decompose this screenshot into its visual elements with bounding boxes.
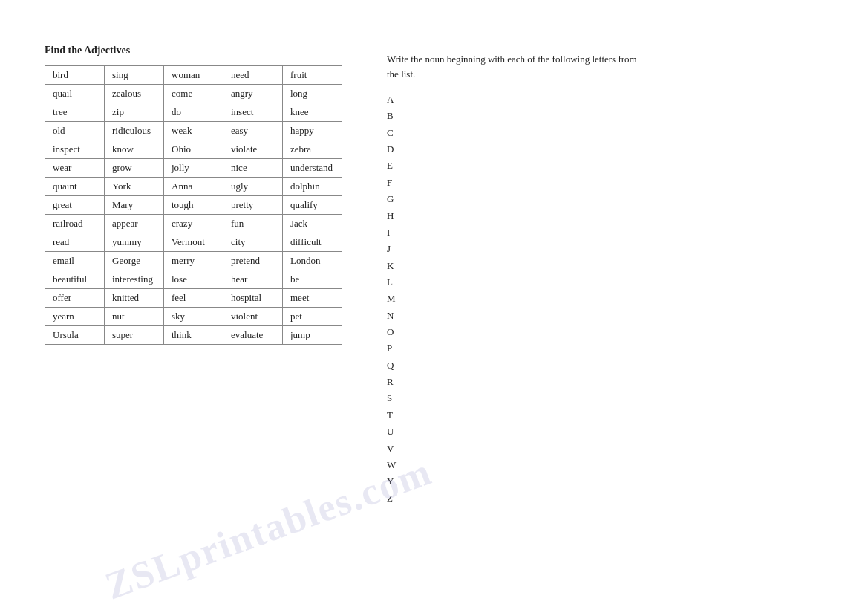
alphabet-item: E (387, 158, 639, 174)
table-row: yearnnutskyviolentpet (45, 308, 342, 326)
table-cell: Ursula (45, 326, 105, 345)
table-cell: understand (283, 159, 342, 178)
alphabet-item: T (387, 407, 639, 424)
table-cell: happy (283, 122, 342, 140)
table-cell: woman (164, 66, 223, 85)
alphabet-item: I (387, 224, 639, 241)
alphabet-item: K (387, 258, 639, 274)
table-cell: appear (105, 215, 164, 233)
table-row: railroadappearcrazyfunJack (45, 215, 342, 233)
table-row: greatMarytoughprettyqualify (45, 196, 342, 215)
table-cell: hospital (223, 289, 283, 308)
table-cell: need (223, 66, 283, 85)
table-cell: George (105, 252, 164, 270)
table-cell: insect (223, 103, 283, 122)
alphabet-list: ABCDEFGHIJKLMNOPQRSTUVWYZ (387, 91, 639, 507)
alphabet-item: P (387, 340, 639, 357)
table-cell: ugly (223, 178, 283, 196)
table-cell: city (223, 233, 283, 252)
table-row: birdsingwomanneedfruit (45, 66, 342, 85)
table-cell: email (45, 252, 105, 270)
section-title: Find the Adjectives (45, 45, 342, 56)
table-cell: come (164, 85, 223, 103)
alphabet-item: Z (387, 490, 639, 507)
table-cell: lose (164, 270, 223, 289)
table-row: quaintYorkAnnauglydolphin (45, 178, 342, 196)
table-cell: offer (45, 289, 105, 308)
table-cell: qualify (283, 196, 342, 215)
table-cell: Ohio (164, 140, 223, 159)
table-row: inspectknowOhioviolatezebra (45, 140, 342, 159)
table-cell: York (105, 178, 164, 196)
table-cell: tough (164, 196, 223, 215)
table-cell: crazy (164, 215, 223, 233)
table-cell: super (105, 326, 164, 345)
table-cell: nut (105, 308, 164, 326)
table-cell: zebra (283, 140, 342, 159)
table-cell: be (283, 270, 342, 289)
table-cell: fun (223, 215, 283, 233)
alphabet-item: D (387, 141, 639, 158)
table-row: quailzealouscomeangrylong (45, 85, 342, 103)
right-section: Write the noun beginning with each of th… (387, 45, 639, 507)
table-row: weargrowjollyniceunderstand (45, 159, 342, 178)
table-cell: sing (105, 66, 164, 85)
table-cell: evaluate (223, 326, 283, 345)
table-cell: yummy (105, 233, 164, 252)
table-cell: zip (105, 103, 164, 122)
table-row: offerknittedfeelhospitalmeet (45, 289, 342, 308)
alphabet-item: B (387, 108, 639, 124)
alphabet-item: H (387, 208, 639, 224)
alphabet-item: V (387, 441, 639, 457)
table-cell: Mary (105, 196, 164, 215)
table-cell: tree (45, 103, 105, 122)
alphabet-item: U (387, 424, 639, 440)
table-cell: jump (283, 326, 342, 345)
alphabet-item: S (387, 390, 639, 406)
table-cell: weak (164, 122, 223, 140)
table-cell: knee (283, 103, 342, 122)
word-table: birdsingwomanneedfruitquailzealouscomean… (45, 65, 342, 345)
table-cell: quail (45, 85, 105, 103)
table-row: readyummyVermontcitydifficult (45, 233, 342, 252)
table-cell: ridiculous (105, 122, 164, 140)
table-cell: meet (283, 289, 342, 308)
table-row: emailGeorgemerrypretendLondon (45, 252, 342, 270)
alphabet-item: L (387, 274, 639, 291)
table-row: oldridiculousweakeasyhappy (45, 122, 342, 140)
table-cell: Anna (164, 178, 223, 196)
alphabet-item: Q (387, 357, 639, 374)
alphabet-item: J (387, 241, 639, 257)
table-cell: beautiful (45, 270, 105, 289)
table-cell: violent (223, 308, 283, 326)
table-cell: old (45, 122, 105, 140)
table-cell: grow (105, 159, 164, 178)
table-cell: yearn (45, 308, 105, 326)
table-cell: zealous (105, 85, 164, 103)
table-row: beautifulinterestinglosehearbe (45, 270, 342, 289)
table-row: treezipdoinsectknee (45, 103, 342, 122)
table-cell: railroad (45, 215, 105, 233)
table-cell: pretend (223, 252, 283, 270)
table-cell: knitted (105, 289, 164, 308)
table-cell: Vermont (164, 233, 223, 252)
table-cell: do (164, 103, 223, 122)
table-cell: feel (164, 289, 223, 308)
table-cell: sky (164, 308, 223, 326)
table-cell: jolly (164, 159, 223, 178)
alphabet-item: G (387, 191, 639, 207)
table-cell: fruit (283, 66, 342, 85)
alphabet-item: Y (387, 473, 639, 490)
alphabet-item: M (387, 291, 639, 307)
table-cell: know (105, 140, 164, 159)
alphabet-item: N (387, 308, 639, 324)
table-cell: read (45, 233, 105, 252)
alphabet-item: R (387, 374, 639, 390)
right-instruction: Write the noun beginning with each of th… (387, 52, 639, 81)
table-cell: great (45, 196, 105, 215)
table-cell: interesting (105, 270, 164, 289)
table-cell: pet (283, 308, 342, 326)
alphabet-item: C (387, 125, 639, 141)
table-cell: bird (45, 66, 105, 85)
table-cell: dolphin (283, 178, 342, 196)
